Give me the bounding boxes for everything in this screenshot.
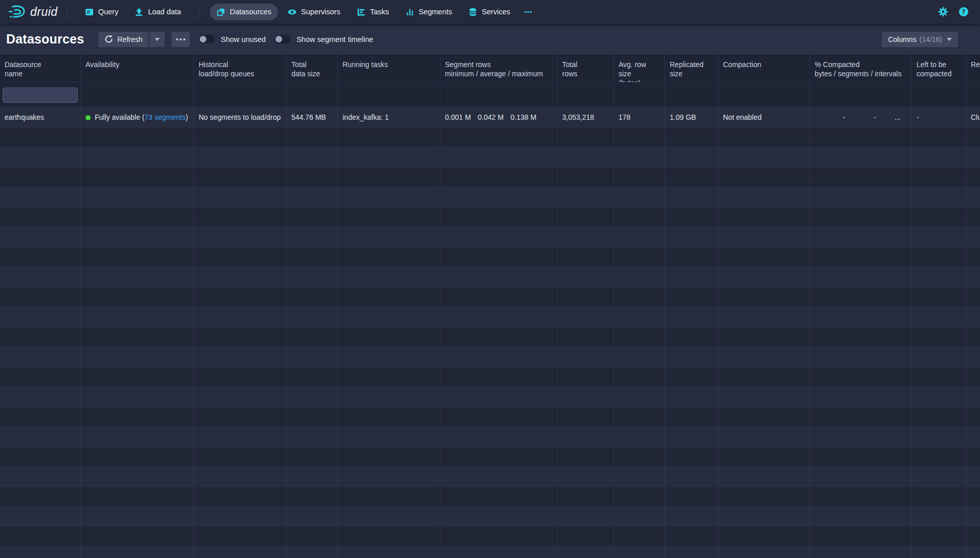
toolbar-more-button[interactable] (172, 32, 190, 47)
show-segment-timeline-toggle[interactable]: Show segment timeline (274, 35, 373, 44)
empty-cell (440, 187, 558, 207)
columns-selector-button[interactable]: Columns (14/16) (882, 32, 958, 47)
empty-cell (287, 227, 338, 247)
col-header-load-drop[interactable]: Historical load/drop queues (194, 55, 287, 82)
empty-cell (718, 207, 810, 227)
empty-cell (810, 467, 912, 486)
page-title: Datasources (6, 32, 84, 47)
empty-cell (614, 167, 665, 187)
empty-cell (287, 167, 338, 187)
empty-cell (194, 507, 287, 526)
empty-cell (718, 147, 810, 167)
empty-cell (194, 407, 287, 426)
druid-logo[interactable]: druid (8, 4, 58, 19)
empty-cell (966, 387, 980, 406)
empty-cell (81, 187, 194, 207)
col-header-pct-compacted[interactable]: % Compacted bytes / segments / intervals (810, 55, 912, 82)
empty-cell (558, 167, 614, 187)
empty-cell (614, 307, 665, 327)
nav-item-datasources[interactable]: Datasources (210, 4, 278, 20)
empty-cell (966, 247, 980, 267)
show-unused-label: Show unused (221, 35, 266, 44)
nav-item-services[interactable]: Services (462, 4, 517, 20)
empty-cell (614, 387, 665, 406)
col-header-retention[interactable]: Re (966, 55, 980, 82)
empty-cell (718, 307, 810, 327)
empty-cell (966, 527, 980, 546)
show-unused-toggle[interactable]: Show unused (199, 35, 266, 44)
col-header-availability[interactable]: Availability (81, 55, 194, 82)
empty-cell (912, 387, 966, 406)
empty-cell (81, 307, 194, 327)
col-header-left-to-compact[interactable]: Left to be compacted (912, 55, 966, 82)
empty-cell (558, 207, 614, 227)
empty-cell (614, 427, 665, 446)
col-header-datasource-name[interactable]: Datasource name (0, 55, 81, 82)
empty-cell (287, 467, 338, 486)
table-row-empty (0, 267, 980, 287)
top-nav-bar: druid Query Load data Datasources Supe (0, 0, 980, 24)
empty-cell (194, 347, 287, 367)
empty-cell (0, 347, 81, 367)
empty-cell (194, 467, 287, 486)
help-icon[interactable]: ? (958, 7, 969, 17)
col-header-replicated-size[interactable]: Replicated size (665, 55, 718, 82)
empty-cell (912, 347, 966, 367)
empty-cell (614, 287, 665, 307)
refresh-button[interactable]: Refresh (98, 32, 148, 47)
empty-cell (287, 447, 338, 466)
empty-cell (810, 527, 912, 546)
empty-cell (440, 447, 558, 466)
empty-cell (718, 187, 810, 207)
empty-cell (558, 307, 614, 327)
col-header-total-data-size[interactable]: Total data size (287, 55, 338, 82)
col-header-segment-rows[interactable]: Segment rows minimum / average / maximum (440, 55, 558, 82)
empty-cell (194, 367, 287, 387)
status-dot-icon (86, 115, 91, 120)
empty-cell (665, 147, 718, 167)
settings-gear-icon[interactable] (938, 7, 948, 17)
nav-more-button[interactable] (519, 4, 538, 20)
empty-cell (912, 207, 966, 227)
empty-cell (718, 267, 810, 287)
empty-cell (287, 187, 338, 207)
nav-item-tasks[interactable]: Tasks (350, 4, 396, 20)
table-row-empty (0, 327, 980, 347)
empty-cell (338, 407, 440, 426)
col-header-running-tasks[interactable]: Running tasks (338, 55, 440, 82)
refresh-interval-button[interactable] (150, 32, 165, 47)
segments-count-link[interactable]: 73 segments (144, 113, 185, 121)
empty-cell (0, 367, 81, 387)
col-header-avg-row-size[interactable]: Avg. row size (bytes) (614, 55, 665, 82)
empty-cell (718, 427, 810, 446)
table-row-empty (0, 467, 980, 487)
col-header-total-rows[interactable]: Total rows (558, 55, 614, 82)
nav-item-query[interactable]: Query (78, 4, 125, 20)
empty-cell (338, 127, 440, 147)
table-row-earthquakes[interactable]: earthquakes Fully available (73 segments… (0, 108, 980, 127)
empty-cell (287, 247, 338, 267)
empty-cell (912, 447, 966, 466)
cell-datasource-name[interactable]: earthquakes (0, 108, 81, 127)
cell-retention[interactable]: Clu (966, 108, 980, 127)
empty-cell (614, 467, 665, 486)
nav-item-supervisors[interactable]: Supervisors (281, 4, 347, 20)
nav-item-segments[interactable]: Segments (399, 4, 459, 20)
empty-cell (0, 407, 81, 426)
datasources-icon (217, 8, 225, 16)
datasource-name-filter-input[interactable] (3, 88, 78, 103)
col-header-compaction[interactable]: Compaction (718, 55, 810, 82)
empty-cell (558, 367, 614, 387)
empty-cell (338, 307, 440, 327)
cell-load-drop: No segments to load/drop (194, 108, 287, 127)
empty-cell (0, 167, 81, 187)
empty-cell (338, 467, 440, 486)
empty-cell (81, 127, 194, 147)
empty-cell (966, 267, 980, 287)
empty-cell (966, 487, 980, 506)
empty-cell (665, 307, 718, 327)
empty-cell (81, 527, 194, 546)
nav-item-load-data[interactable]: Load data (128, 4, 188, 20)
table-row-empty (0, 247, 980, 267)
empty-cell (81, 407, 194, 426)
